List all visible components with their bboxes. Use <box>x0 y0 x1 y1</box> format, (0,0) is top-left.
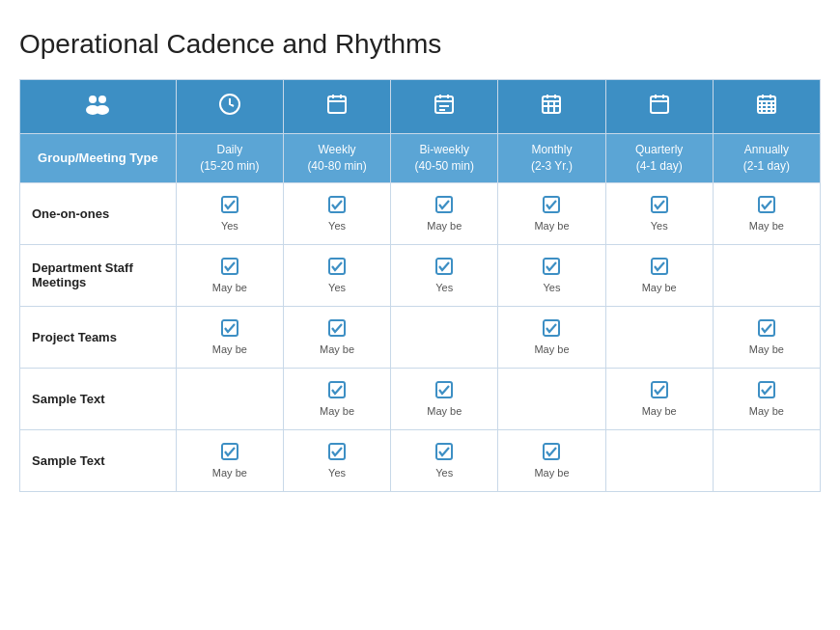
cell-value: May be <box>212 467 247 479</box>
col-header-weekly: Weekly (40-80 min) <box>283 134 390 183</box>
checkbox-icon <box>220 318 239 341</box>
icon-header-row <box>20 80 821 134</box>
svg-rect-44 <box>544 259 559 274</box>
data-cell <box>713 429 820 491</box>
data-cell: May be <box>176 429 283 491</box>
svg-rect-54 <box>222 444 238 459</box>
data-cell <box>391 306 498 368</box>
checkbox-icon <box>542 195 561 217</box>
data-cell: May be <box>391 182 498 244</box>
annually-icon-cell <box>713 80 820 134</box>
table-row: Project Teams May be May be May be May b… <box>20 306 821 368</box>
svg-rect-51 <box>436 382 452 397</box>
monthly-icon-cell <box>498 80 605 134</box>
svg-rect-47 <box>329 320 345 336</box>
svg-rect-55 <box>329 444 345 459</box>
data-cell: Yes <box>176 182 283 244</box>
checkbox-icon <box>327 195 347 217</box>
cell-value: Yes <box>328 467 346 479</box>
data-cell <box>605 306 713 368</box>
checkbox-icon <box>650 380 669 402</box>
data-cell: May be <box>605 244 713 306</box>
data-cell: Yes <box>283 244 390 306</box>
checkbox-icon <box>434 195 454 217</box>
svg-rect-46 <box>222 320 238 336</box>
data-cell: Yes <box>498 244 605 306</box>
row-label: Department Staff Meetings <box>20 244 177 306</box>
table-row: Sample Text May be Yes Yes May be <box>20 429 821 491</box>
col-header-daily: Daily (15-20 min) <box>176 134 283 183</box>
cell-value: Yes <box>221 220 238 232</box>
cell-value: Yes <box>328 220 346 232</box>
svg-rect-50 <box>329 382 345 397</box>
checkbox-icon <box>220 195 239 217</box>
col-header-quarterly: Quarterly (4-1 day) <box>605 134 713 183</box>
checkbox-icon <box>220 257 239 279</box>
data-cell: Yes <box>283 182 390 244</box>
svg-rect-35 <box>222 197 238 212</box>
cell-value: May be <box>427 220 462 232</box>
col-header-monthly: Monthly (2-3 Yr.) <box>498 134 605 183</box>
cell-value: May be <box>534 467 569 479</box>
data-cell: Yes <box>605 182 713 244</box>
data-cell: May be <box>713 306 820 368</box>
data-cell: May be <box>713 182 820 244</box>
data-cell <box>605 429 713 491</box>
cell-value: Yes <box>435 467 453 479</box>
cell-value: May be <box>749 220 784 232</box>
table-row: One-on-ones Yes Yes May be May be Yes <box>20 182 821 244</box>
cell-value: May be <box>642 282 677 293</box>
svg-rect-22 <box>651 96 668 113</box>
cell-value: May be <box>534 220 569 232</box>
checkbox-icon <box>757 195 776 217</box>
svg-rect-56 <box>436 444 452 459</box>
cell-value: May be <box>749 405 784 417</box>
data-cell: May be <box>498 306 605 368</box>
row-label: Sample Text <box>20 368 177 429</box>
data-cell: Yes <box>391 244 498 306</box>
svg-rect-53 <box>759 382 774 397</box>
cell-value: May be <box>212 343 247 355</box>
row-label: One-on-ones <box>20 182 177 244</box>
cell-value: May be <box>320 405 354 417</box>
data-cell: Yes <box>391 429 498 491</box>
checkbox-icon <box>542 442 561 464</box>
checkbox-icon <box>434 442 454 464</box>
col-header-group: Group/Meeting Type <box>20 134 177 183</box>
svg-rect-38 <box>544 197 559 212</box>
svg-rect-45 <box>652 259 667 274</box>
svg-rect-57 <box>544 444 559 459</box>
group-icon-cell <box>20 80 177 134</box>
svg-rect-36 <box>329 197 345 212</box>
svg-point-0 <box>89 96 97 103</box>
data-cell: May be <box>498 429 605 491</box>
cell-value: Yes <box>543 282 560 293</box>
table-row: Department Staff Meetings May be Yes Yes… <box>20 244 821 306</box>
row-label: Project Teams <box>20 306 177 368</box>
svg-rect-42 <box>329 259 345 274</box>
data-cell: Yes <box>283 429 390 491</box>
svg-rect-43 <box>436 259 452 274</box>
quarterly-icon-cell <box>605 80 713 134</box>
cell-value: May be <box>427 405 462 417</box>
data-cell: May be <box>283 368 390 429</box>
checkbox-icon <box>650 195 669 217</box>
cell-value: Yes <box>651 220 668 232</box>
data-cell <box>713 244 820 306</box>
cell-value: May be <box>749 343 784 355</box>
checkbox-icon <box>650 257 669 279</box>
data-cell <box>176 368 283 429</box>
clock-icon-cell <box>176 80 283 134</box>
weekly-icon-cell <box>283 80 390 134</box>
svg-point-3 <box>96 105 109 115</box>
label-header-row: Group/Meeting Type Daily (15-20 min) Wee… <box>20 134 821 183</box>
table-row: Sample Text May be May be May be May be <box>20 368 821 429</box>
data-cell: May be <box>176 306 283 368</box>
checkbox-icon <box>327 257 347 279</box>
svg-point-1 <box>98 96 106 103</box>
row-label: Sample Text <box>20 429 177 491</box>
page-title: Operational Cadence and Rhythms <box>19 29 821 60</box>
svg-rect-39 <box>652 197 667 212</box>
data-cell: May be <box>391 368 498 429</box>
checkbox-icon <box>757 380 776 402</box>
